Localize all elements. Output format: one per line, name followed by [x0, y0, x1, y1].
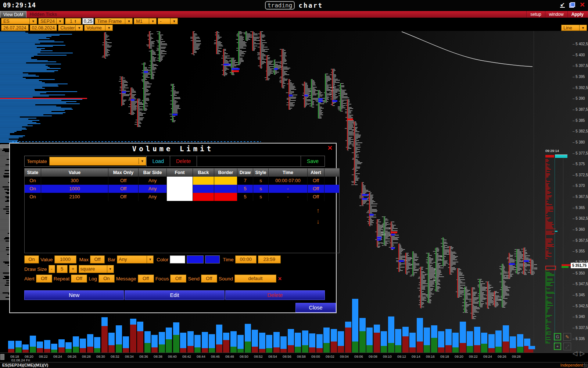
cluster-row: [391, 226, 394, 227]
cluster-row: [391, 246, 393, 247]
dom-ask-row: [545, 208, 553, 208]
column-header[interactable]: Max Only: [108, 169, 139, 177]
new-button[interactable]: New: [24, 290, 124, 300]
move-down-icon[interactable]: ↓: [316, 218, 320, 226]
load-button[interactable]: Load: [146, 156, 170, 166]
symbol-select[interactable]: ES▼: [1, 18, 37, 24]
pencil-icon[interactable]: ✎: [563, 333, 571, 341]
time-axis-label: 08:28: [82, 354, 91, 358]
table-row[interactable]: On1000OffAny5s-Off: [25, 185, 339, 193]
volume-bar: [395, 329, 401, 345]
volume-bar: [503, 325, 509, 342]
qty-stepper[interactable]: 1▲▼: [65, 18, 81, 24]
dom-bid-row: [545, 319, 548, 320]
template-name-input[interactable]: [197, 156, 301, 166]
date-from-button[interactable]: 26.07.2024: [1, 25, 29, 31]
extra-select[interactable]: -▼: [158, 18, 178, 24]
size-minus-button[interactable]: -: [49, 265, 55, 273]
column-header[interactable]: Bar Side: [139, 169, 167, 177]
column-header[interactable]: Font: [167, 169, 193, 177]
focus-toggle[interactable]: Off: [170, 275, 186, 283]
volume-bar: [467, 331, 473, 346]
move-up-icon[interactable]: ↑: [316, 207, 320, 215]
timeframe-label-select[interactable]: Time Frame▼: [95, 18, 133, 24]
window-button[interactable]: window: [545, 11, 567, 18]
cluster-row: [429, 283, 434, 283]
sound-select[interactable]: default: [234, 275, 276, 283]
value-input[interactable]: 1000: [54, 255, 76, 263]
template-select[interactable]: ▼: [49, 157, 146, 166]
cluster-row: [150, 46, 154, 46]
cluster-row: [341, 100, 348, 100]
close-button[interactable]: Close: [295, 303, 336, 312]
cluster-row: [413, 254, 417, 254]
delete-button[interactable]: Delete: [225, 290, 325, 300]
submode-select[interactable]: Volume▼: [84, 25, 113, 31]
mode-select[interactable]: Cluster▼: [58, 25, 83, 31]
cluster-row: [135, 124, 137, 125]
border-color-swatch[interactable]: [205, 255, 220, 263]
size-value[interactable]: 5: [57, 265, 68, 273]
cluster-row: [341, 84, 341, 85]
resize-grip[interactable]: [584, 364, 588, 368]
cluster-row: [289, 107, 290, 107]
table-row[interactable]: On2100OffAny5s-Off: [25, 193, 339, 201]
delete-template-button[interactable]: Delete: [170, 156, 197, 166]
timeframe-select[interactable]: M1▼: [134, 18, 157, 24]
cluster-row: [448, 252, 449, 252]
message-toggle[interactable]: Off: [138, 275, 154, 283]
back-color-swatch[interactable]: [187, 255, 204, 263]
log-toggle[interactable]: On: [98, 275, 115, 283]
axis-corner-box[interactable]: [0, 354, 4, 360]
table-row[interactable]: On300OffAny7s00:00 07:00Off: [25, 177, 339, 185]
spinner-arrows-icon[interactable]: ▲▼: [74, 20, 76, 23]
sound-remove-icon[interactable]: ✕: [278, 276, 282, 282]
apply-button[interactable]: Apply: [567, 11, 587, 18]
size-plus-button[interactable]: +: [69, 265, 77, 273]
shape-select[interactable]: square▼: [79, 265, 114, 273]
line-style-select[interactable]: Line▼: [561, 25, 587, 31]
cluster-row: [502, 301, 505, 302]
column-header[interactable]: Value: [41, 169, 108, 177]
bar-side-select[interactable]: Any▼: [117, 255, 154, 263]
state-toggle[interactable]: On: [24, 255, 39, 263]
alert-toggle[interactable]: Off: [36, 275, 52, 283]
column-header[interactable]: Time: [269, 169, 308, 177]
cluster-row: [119, 79, 121, 79]
time-to-input[interactable]: 23:59: [258, 255, 281, 263]
edit-button[interactable]: Edit: [125, 290, 224, 300]
tab-hidden-ticks[interactable]: Hidden Ticks: [26, 11, 60, 18]
volume-bar-delta: [230, 347, 237, 353]
close-window-icon[interactable]: ✕: [580, 2, 585, 8]
setup-button[interactable]: setup: [526, 11, 545, 18]
nav-right-icon[interactable]: ▷: [580, 350, 585, 357]
nav-left-icon[interactable]: ◁: [573, 350, 577, 357]
minimize-icon[interactable]: ↙: [560, 2, 565, 8]
time-from-input[interactable]: 00:00: [235, 255, 257, 263]
date-to-button[interactable]: 02.08.2024: [30, 25, 57, 31]
dialog-close-icon[interactable]: ✕: [327, 144, 333, 152]
dom-bid-row: [545, 296, 548, 297]
column-header[interactable]: Alert: [308, 169, 325, 177]
cluster-row: [236, 50, 238, 51]
crosshair-icon[interactable]: +: [554, 343, 561, 350]
column-header[interactable]: Back: [193, 169, 214, 177]
column-header[interactable]: State: [25, 169, 41, 177]
column-header[interactable]: Style: [253, 169, 269, 177]
font-color-swatch[interactable]: [170, 255, 185, 263]
repeat-toggle[interactable]: Off: [71, 275, 87, 283]
cluster-row: [267, 59, 270, 59]
expand-icon[interactable]: ⤢: [563, 343, 571, 350]
send-toggle[interactable]: Off: [201, 275, 217, 283]
contract-select[interactable]: SEP24▼: [38, 18, 64, 24]
restore-icon[interactable]: [569, 2, 575, 8]
max-toggle[interactable]: Off: [90, 255, 105, 263]
cluster-row: [488, 305, 491, 305]
tab-view-dom[interactable]: View DoM: [0, 11, 26, 18]
cluster-row: [131, 95, 135, 96]
column-header[interactable]: Border: [214, 169, 237, 177]
gray-profile-row: [0, 150, 2, 151]
grid-g-icon[interactable]: G: [554, 333, 561, 340]
column-header[interactable]: Draw: [237, 169, 253, 177]
save-button[interactable]: Save: [301, 156, 325, 166]
